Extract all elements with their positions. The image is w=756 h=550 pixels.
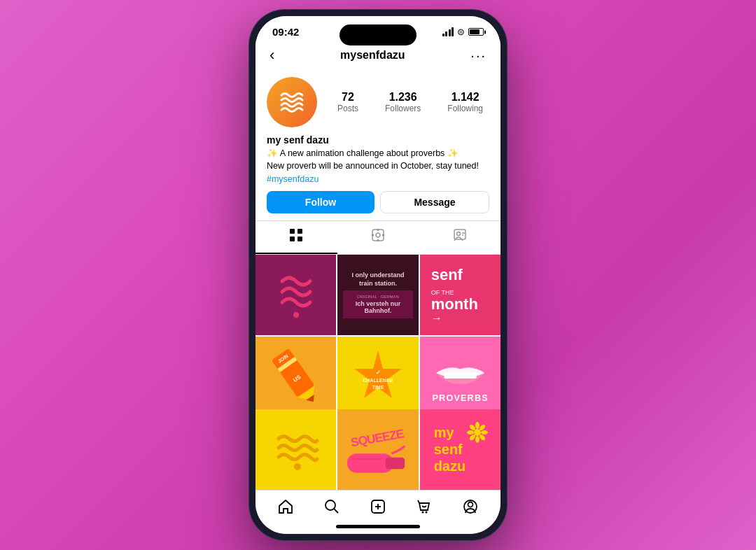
- profile-name: my senf dazu: [267, 134, 489, 146]
- avatar-image: [274, 85, 309, 120]
- grid-cell-3[interactable]: senf OF THE month →: [420, 255, 500, 335]
- svg-text:✓: ✓: [375, 369, 380, 376]
- yellow-squiggle: [268, 421, 324, 477]
- svg-rect-27: [386, 457, 405, 468]
- stat-followers[interactable]: 1.236 Followers: [385, 91, 421, 113]
- home-bar: [336, 525, 420, 528]
- photo-grid: I only understandtrain station. ORIGINAL…: [255, 255, 500, 490]
- proverbs-graphic: PROVERBS: [420, 337, 500, 417]
- grid-cell-8[interactable]: SQUEEZE: [337, 409, 418, 490]
- pencil-icon: JOIN US: [263, 341, 328, 413]
- message-button[interactable]: Message: [380, 191, 489, 213]
- followers-label: Followers: [385, 104, 421, 113]
- svg-point-11: [456, 232, 460, 236]
- home-icon: [278, 499, 293, 514]
- stats-row: 72 Posts 1.236 Followers 1.142 Following: [331, 91, 489, 113]
- grid-cell-7[interactable]: [255, 409, 336, 490]
- phone-frame: 09:42 ⊜ ‹ mysenfdazu ···: [248, 9, 507, 541]
- followers-count: 1.236: [389, 91, 417, 104]
- svg-text:SQUEEZE: SQUEEZE: [350, 426, 405, 449]
- cell4-content: JOIN US: [263, 341, 328, 413]
- dynamic-island: [340, 24, 416, 45]
- posts-count: 72: [342, 91, 354, 104]
- grid-cell-9[interactable]: mysenfdazu: [420, 409, 500, 490]
- svg-text:CHALLENGE: CHALLENGE: [363, 378, 393, 383]
- tagged-icon: [453, 228, 467, 246]
- svg-line-40: [334, 509, 338, 513]
- cell2-original-label: ORIGINAL · GERMAN: [349, 295, 407, 299]
- add-icon: [370, 499, 386, 514]
- bio-line1: ✨ A new animation challenge about prover…: [267, 148, 458, 158]
- tab-reels[interactable]: [337, 221, 419, 254]
- svg-point-45: [468, 502, 473, 507]
- cell3-arrow: →: [431, 312, 489, 325]
- stat-posts[interactable]: 72 Posts: [337, 91, 358, 113]
- svg-rect-23: [444, 372, 476, 379]
- grid-cell-1[interactable]: [255, 255, 336, 335]
- bio-line2: New proverb will be announced in October…: [267, 161, 479, 171]
- nav-shop[interactable]: [411, 498, 438, 516]
- svg-rect-2: [290, 237, 295, 241]
- back-button[interactable]: ‹: [270, 46, 274, 64]
- svg-point-43: [426, 512, 428, 514]
- svg-rect-1: [298, 229, 302, 234]
- nav-search[interactable]: [318, 498, 345, 516]
- stat-following[interactable]: 1.142 Following: [447, 91, 483, 113]
- nav-home[interactable]: [272, 498, 299, 516]
- grid-cell-6[interactable]: PROVERBS: [420, 337, 500, 417]
- svg-point-33: [481, 430, 488, 435]
- svg-point-12: [293, 312, 299, 318]
- more-button[interactable]: ···: [470, 48, 486, 64]
- profile-section: 72 Posts 1.236 Followers 1.142 Following…: [255, 70, 500, 220]
- squeeze-graphic: SQUEEZE: [340, 411, 416, 488]
- following-count: 1.142: [451, 91, 479, 104]
- squiggle-graphic: [272, 267, 321, 323]
- signal-icon: [442, 27, 454, 36]
- follow-button[interactable]: Follow: [267, 191, 374, 213]
- cell2-german-text: Ich versteh nurBahnhof.: [349, 300, 407, 314]
- cell2-top-text: I only understandtrain station.: [351, 272, 404, 288]
- svg-point-35: [475, 436, 479, 443]
- status-icons: ⊜: [442, 27, 484, 37]
- shop-icon: [416, 499, 432, 514]
- svg-rect-4: [372, 230, 384, 241]
- grid-cell-4[interactable]: JOIN US: [255, 337, 336, 417]
- challenge-badge: ✓ CHALLENGE TIME: [350, 349, 406, 405]
- profile-hashtag[interactable]: #mysenfdazu: [267, 174, 489, 184]
- svg-point-25: [294, 463, 301, 470]
- tab-tagged[interactable]: [419, 221, 500, 254]
- svg-point-39: [326, 500, 335, 510]
- svg-point-30: [474, 429, 481, 436]
- action-buttons: Follow Message: [267, 191, 489, 213]
- nav-bar: ‹ mysenfdazu ···: [255, 42, 500, 70]
- profile-header: 72 Posts 1.236 Followers 1.142 Following: [267, 77, 489, 127]
- tab-grid[interactable]: [255, 221, 337, 254]
- bottom-nav: [255, 490, 500, 519]
- grid-icon: [289, 228, 303, 246]
- svg-rect-13: [271, 348, 314, 397]
- svg-point-42: [422, 512, 424, 514]
- wifi-icon: ⊜: [457, 27, 465, 37]
- home-indicator: [255, 519, 500, 534]
- flower-icon: [467, 422, 488, 443]
- avatar: [267, 77, 317, 127]
- posts-label: Posts: [337, 104, 358, 113]
- battery-icon: [468, 28, 484, 36]
- grid-cell-2[interactable]: I only understandtrain station. ORIGINAL…: [337, 255, 418, 335]
- svg-text:TIME: TIME: [372, 385, 384, 390]
- grid-cell-5[interactable]: ✓ CHALLENGE TIME: [337, 337, 418, 417]
- cell9-content: mysenfdazu: [427, 416, 493, 483]
- following-label: Following: [447, 104, 483, 113]
- svg-text:PROVERBS: PROVERBS: [432, 394, 488, 404]
- tab-bar: [255, 220, 500, 255]
- nav-profile[interactable]: [457, 498, 484, 516]
- svg-point-5: [376, 233, 380, 237]
- status-time: 09:42: [272, 26, 299, 38]
- profile-icon: [463, 499, 478, 514]
- svg-point-37: [467, 430, 474, 435]
- svg-point-31: [475, 422, 479, 429]
- svg-rect-0: [290, 229, 295, 234]
- svg-rect-3: [298, 237, 302, 241]
- profile-username: mysenfdazu: [340, 49, 405, 62]
- nav-add[interactable]: [365, 498, 391, 516]
